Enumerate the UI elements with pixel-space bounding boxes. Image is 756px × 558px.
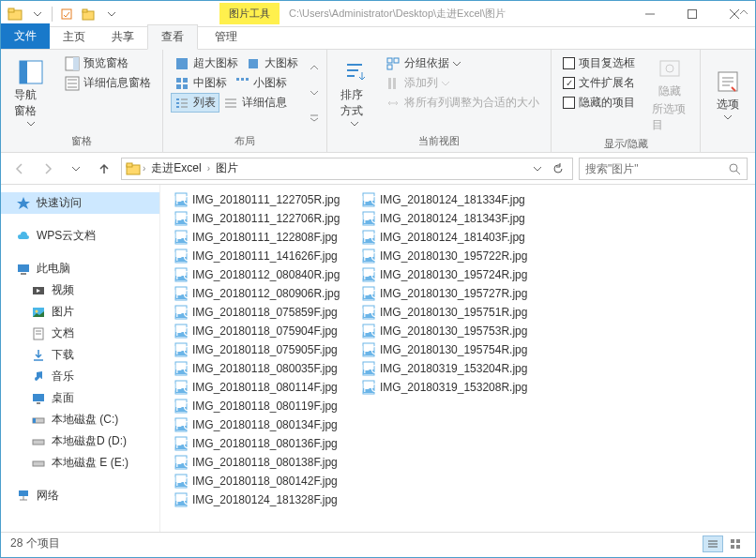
- file-item[interactable]: JPGIMG_20180124_181334F.jpg: [357, 190, 545, 209]
- scroll-down-icon[interactable]: [310, 89, 319, 97]
- file-name-label: IMG_20180118_075859F.jpg: [192, 306, 338, 319]
- search-input[interactable]: [585, 162, 728, 175]
- svg-rect-41: [387, 65, 392, 69]
- nav-drive-e[interactable]: 本地磁盘 E (E:): [1, 452, 159, 474]
- file-item[interactable]: JPGIMG_20180118_075904F.jpg: [170, 322, 357, 340]
- nav-downloads[interactable]: 下载: [1, 344, 159, 366]
- file-item[interactable]: JPGIMG_20180118_080134F.jpg: [170, 415, 357, 434]
- options-button[interactable]: 选项: [708, 53, 748, 135]
- file-item[interactable]: JPGIMG_20180111_122705R.jpg: [170, 190, 357, 209]
- file-item[interactable]: JPGIMG_20180319_153208R.jpg: [357, 378, 545, 397]
- file-item[interactable]: JPGIMG_20180124_181403F.jpg: [357, 228, 545, 247]
- nav-wps-cloud[interactable]: WPS云文档: [1, 225, 159, 247]
- new-folder-icon[interactable]: [79, 4, 99, 24]
- ribbon-collapse-icon[interactable]: [738, 7, 749, 18]
- file-item[interactable]: JPGIMG_20180118_075859F.jpg: [170, 303, 357, 322]
- file-item[interactable]: JPGIMG_20180111_122706R.jpg: [170, 209, 357, 228]
- nav-drive-c[interactable]: 本地磁盘 (C:): [1, 409, 159, 430]
- file-item[interactable]: JPGIMG_20180112_080840R.jpg: [170, 265, 357, 284]
- tab-share[interactable]: 共享: [98, 25, 147, 49]
- file-item[interactable]: JPGIMG_20180118_080035F.jpg: [170, 359, 357, 378]
- properties-icon[interactable]: [56, 4, 77, 24]
- details-view-toggle[interactable]: [703, 535, 723, 552]
- svg-text:JPG: JPG: [174, 344, 189, 357]
- nav-videos[interactable]: 视频: [1, 279, 159, 301]
- file-item[interactable]: JPGIMG_20180130_195751R.jpg: [357, 303, 545, 322]
- breadcrumb-segment[interactable]: 走进Excel: [147, 158, 204, 178]
- file-item[interactable]: JPGIMG_20180118_080138F.jpg: [170, 453, 357, 472]
- minimize-button[interactable]: [628, 1, 671, 27]
- file-item[interactable]: JPGIMG_20180118_080119F.jpg: [170, 397, 357, 415]
- file-item[interactable]: JPGIMG_20180118_080114F.jpg: [170, 378, 357, 397]
- nav-drive-d[interactable]: 本地磁盘D (D:): [1, 430, 159, 452]
- scroll-up-icon[interactable]: [310, 64, 319, 71]
- tab-view[interactable]: 查看: [147, 24, 198, 50]
- small-icons-button[interactable]: 小图标: [231, 73, 291, 93]
- svg-rect-63: [33, 418, 36, 423]
- forward-button[interactable]: [37, 158, 59, 180]
- details-view-button[interactable]: 详细信息: [219, 93, 291, 113]
- nav-this-pc[interactable]: 此电脑: [1, 258, 159, 279]
- file-item[interactable]: JPGIMG_20180111_122808F.jpg: [170, 228, 357, 247]
- file-item[interactable]: JPGIMG_20180130_195724R.jpg: [357, 265, 545, 284]
- chevron-right-icon[interactable]: ›: [143, 163, 145, 173]
- file-item[interactable]: JPGIMG_20180118_075905F.jpg: [170, 340, 357, 359]
- qat-dropdown-icon[interactable]: [27, 4, 48, 24]
- nav-network[interactable]: 网络: [1, 485, 159, 506]
- breadcrumb-segment[interactable]: 图片: [212, 158, 242, 178]
- qat-customize-icon[interactable]: [101, 4, 122, 24]
- folder-icon[interactable]: [5, 4, 25, 24]
- tab-manage[interactable]: 管理: [202, 25, 250, 49]
- nav-pictures[interactable]: 图片: [1, 301, 159, 323]
- navigation-pane-button[interactable]: 导航窗格: [8, 53, 53, 132]
- extra-large-icons-button[interactable]: 超大图标: [171, 53, 242, 73]
- svg-text:JPG: JPG: [174, 325, 189, 339]
- svg-rect-4: [83, 9, 87, 12]
- file-item[interactable]: JPGIMG_20180124_181343F.jpg: [357, 209, 545, 228]
- file-item[interactable]: JPGIMG_20180130_195754R.jpg: [357, 340, 545, 359]
- chevron-right-icon[interactable]: ›: [207, 163, 210, 173]
- back-button[interactable]: [8, 158, 31, 180]
- sort-by-button[interactable]: 排序方式: [335, 53, 374, 132]
- refresh-button[interactable]: [548, 160, 568, 177]
- tab-file[interactable]: 文件: [1, 23, 50, 49]
- item-checkboxes-toggle[interactable]: 项目复选框: [559, 53, 639, 73]
- file-item[interactable]: JPGIMG_20180111_141626F.jpg: [170, 247, 357, 265]
- file-item[interactable]: JPGIMG_20180112_080906R.jpg: [170, 284, 357, 303]
- file-item[interactable]: JPGIMG_20180130_195753R.jpg: [357, 322, 545, 340]
- context-tab-picture-tools: 图片工具: [219, 3, 280, 24]
- search-box[interactable]: [579, 158, 748, 180]
- up-button[interactable]: [93, 158, 115, 180]
- preview-pane-button[interactable]: 预览窗格: [61, 53, 155, 73]
- jpg-file-icon: JPG: [174, 380, 189, 395]
- file-item[interactable]: JPGIMG_20180130_195722R.jpg: [357, 247, 545, 265]
- file-list-pane[interactable]: JPGIMG_20180111_122705R.jpgJPGIMG_201801…: [160, 185, 755, 532]
- recent-locations-button[interactable]: [65, 158, 87, 180]
- hidden-items-toggle[interactable]: 隐藏的项目: [559, 93, 639, 113]
- medium-icons-button[interactable]: 中图标: [171, 73, 231, 93]
- file-extensions-toggle[interactable]: ✓文件扩展名: [559, 73, 639, 93]
- large-icons-button[interactable]: 大图标: [242, 53, 302, 73]
- details-pane-button[interactable]: 详细信息窗格: [61, 73, 155, 93]
- address-bar: › 走进Excel › 图片: [1, 153, 755, 185]
- file-item[interactable]: JPGIMG_20180118_080136F.jpg: [170, 434, 357, 453]
- group-by-button[interactable]: 分组依据: [382, 53, 543, 73]
- file-name-label: IMG_20180112_080840R.jpg: [192, 268, 340, 281]
- tab-home[interactable]: 主页: [50, 25, 98, 49]
- file-item[interactable]: JPGIMG_20180130_195727R.jpg: [357, 284, 545, 303]
- thumbnails-view-toggle[interactable]: [725, 535, 746, 552]
- breadcrumb[interactable]: › 走进Excel › 图片: [121, 158, 573, 180]
- nav-desktop[interactable]: 桌面: [1, 387, 159, 409]
- file-item[interactable]: JPGIMG_20180118_080142F.jpg: [170, 472, 357, 490]
- nav-documents[interactable]: 文档: [1, 323, 159, 344]
- file-item[interactable]: JPGIMG_20180124_181328F.jpg: [170, 490, 357, 509]
- svg-point-45: [666, 65, 673, 72]
- nav-music[interactable]: 音乐: [1, 366, 159, 387]
- svg-line-50: [736, 171, 740, 174]
- file-item[interactable]: JPGIMG_20180319_153204R.jpg: [357, 359, 545, 378]
- list-view-button[interactable]: 列表: [171, 93, 219, 113]
- expand-icon[interactable]: [310, 114, 319, 122]
- breadcrumb-dropdown-icon[interactable]: [529, 162, 546, 175]
- maximize-button[interactable]: [671, 1, 713, 27]
- nav-quick-access[interactable]: 快速访问: [1, 192, 159, 214]
